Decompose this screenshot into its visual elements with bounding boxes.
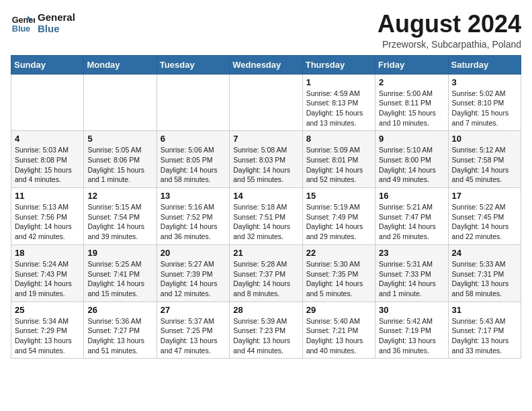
day-info: Sunrise: 5:24 AM Sunset: 7:43 PM Dayligh… [15, 259, 80, 299]
day-cell: 6Sunrise: 5:06 AM Sunset: 8:05 PM Daylig… [157, 131, 229, 188]
day-cell: 20Sunrise: 5:27 AM Sunset: 7:39 PM Dayli… [157, 244, 229, 302]
day-info: Sunrise: 5:10 AM Sunset: 8:00 PM Dayligh… [379, 145, 444, 185]
day-info: Sunrise: 5:08 AM Sunset: 8:03 PM Dayligh… [233, 145, 298, 185]
day-info: Sunrise: 5:21 AM Sunset: 7:47 PM Dayligh… [379, 202, 444, 242]
month-year-title: August 2024 [378, 11, 521, 38]
day-info: Sunrise: 5:09 AM Sunset: 8:01 PM Dayligh… [306, 145, 371, 185]
day-info: Sunrise: 5:15 AM Sunset: 7:54 PM Dayligh… [87, 202, 152, 242]
weekday-header-friday: Friday [375, 55, 448, 74]
day-number: 15 [306, 191, 371, 201]
day-number: 24 [452, 248, 517, 258]
day-cell [11, 74, 84, 131]
page-header: General Blue General Blue August 2024 Pr… [11, 11, 521, 50]
day-info: Sunrise: 5:31 AM Sunset: 7:33 PM Dayligh… [379, 259, 444, 299]
day-number: 29 [306, 305, 371, 315]
weekday-header-saturday: Saturday [448, 55, 521, 74]
day-info: Sunrise: 5:43 AM Sunset: 7:17 PM Dayligh… [452, 316, 517, 356]
day-number: 17 [452, 191, 517, 201]
day-info: Sunrise: 5:42 AM Sunset: 7:19 PM Dayligh… [379, 316, 444, 356]
day-number: 21 [233, 248, 298, 258]
day-cell: 30Sunrise: 5:42 AM Sunset: 7:19 PM Dayli… [375, 302, 448, 359]
day-info: Sunrise: 5:00 AM Sunset: 8:11 PM Dayligh… [379, 89, 444, 128]
day-cell [84, 74, 157, 131]
day-cell: 26Sunrise: 5:36 AM Sunset: 7:27 PM Dayli… [84, 302, 157, 359]
day-cell: 23Sunrise: 5:31 AM Sunset: 7:33 PM Dayli… [375, 244, 448, 302]
day-cell: 21Sunrise: 5:28 AM Sunset: 7:37 PM Dayli… [230, 244, 302, 302]
day-cell: 16Sunrise: 5:21 AM Sunset: 7:47 PM Dayli… [375, 188, 448, 245]
title-section: August 2024 Przeworsk, Subcarpathia, Pol… [378, 11, 521, 50]
day-number: 13 [161, 191, 226, 201]
day-number: 20 [161, 248, 226, 258]
day-cell: 18Sunrise: 5:24 AM Sunset: 7:43 PM Dayli… [11, 244, 84, 302]
day-number: 19 [87, 248, 152, 258]
location-subtitle: Przeworsk, Subcarpathia, Poland [378, 39, 521, 50]
day-number: 31 [452, 305, 517, 315]
weekday-header-sunday: Sunday [11, 55, 84, 74]
day-info: Sunrise: 5:28 AM Sunset: 7:37 PM Dayligh… [233, 259, 298, 299]
day-number: 8 [306, 134, 371, 144]
day-number: 16 [379, 191, 444, 201]
logo-blue: Blue [38, 23, 75, 34]
day-cell: 27Sunrise: 5:37 AM Sunset: 7:25 PM Dayli… [157, 302, 229, 359]
day-cell: 22Sunrise: 5:30 AM Sunset: 7:35 PM Dayli… [302, 244, 375, 302]
day-info: Sunrise: 5:05 AM Sunset: 8:06 PM Dayligh… [87, 145, 152, 185]
day-info: Sunrise: 5:37 AM Sunset: 7:25 PM Dayligh… [161, 316, 226, 356]
day-number: 2 [379, 77, 444, 87]
day-cell: 24Sunrise: 5:33 AM Sunset: 7:31 PM Dayli… [448, 244, 521, 302]
day-number: 5 [87, 134, 152, 144]
day-number: 11 [15, 191, 80, 201]
day-number: 25 [15, 305, 80, 315]
day-cell: 11Sunrise: 5:13 AM Sunset: 7:56 PM Dayli… [11, 188, 84, 245]
day-cell: 13Sunrise: 5:16 AM Sunset: 7:52 PM Dayli… [157, 188, 229, 245]
day-number: 27 [161, 305, 226, 315]
week-row-2: 4Sunrise: 5:03 AM Sunset: 8:08 PM Daylig… [11, 131, 521, 188]
day-cell: 31Sunrise: 5:43 AM Sunset: 7:17 PM Dayli… [448, 302, 521, 359]
week-row-5: 25Sunrise: 5:34 AM Sunset: 7:29 PM Dayli… [11, 302, 521, 359]
day-info: Sunrise: 5:25 AM Sunset: 7:41 PM Dayligh… [87, 259, 152, 299]
weekday-header-tuesday: Tuesday [157, 55, 229, 74]
day-number: 4 [15, 134, 80, 144]
day-info: Sunrise: 5:27 AM Sunset: 7:39 PM Dayligh… [161, 259, 226, 299]
day-cell: 15Sunrise: 5:19 AM Sunset: 7:49 PM Dayli… [302, 188, 375, 245]
svg-text:Blue: Blue [12, 24, 30, 34]
day-info: Sunrise: 5:19 AM Sunset: 7:49 PM Dayligh… [306, 202, 371, 242]
day-info: Sunrise: 5:22 AM Sunset: 7:45 PM Dayligh… [452, 202, 517, 242]
day-info: Sunrise: 5:40 AM Sunset: 7:21 PM Dayligh… [306, 316, 371, 356]
day-cell: 17Sunrise: 5:22 AM Sunset: 7:45 PM Dayli… [448, 188, 521, 245]
week-row-4: 18Sunrise: 5:24 AM Sunset: 7:43 PM Dayli… [11, 244, 521, 302]
day-number: 7 [233, 134, 298, 144]
day-cell: 2Sunrise: 5:00 AM Sunset: 8:11 PM Daylig… [375, 74, 448, 131]
day-number: 9 [379, 134, 444, 144]
day-number: 6 [161, 134, 226, 144]
day-number: 18 [15, 248, 80, 258]
day-number: 23 [379, 248, 444, 258]
day-info: Sunrise: 5:06 AM Sunset: 8:05 PM Dayligh… [161, 145, 226, 185]
day-cell: 7Sunrise: 5:08 AM Sunset: 8:03 PM Daylig… [230, 131, 302, 188]
day-info: Sunrise: 5:33 AM Sunset: 7:31 PM Dayligh… [452, 259, 517, 299]
day-number: 1 [306, 77, 371, 87]
day-cell: 1Sunrise: 4:59 AM Sunset: 8:13 PM Daylig… [302, 74, 375, 131]
day-info: Sunrise: 5:30 AM Sunset: 7:35 PM Dayligh… [306, 259, 371, 299]
day-number: 3 [452, 77, 517, 87]
weekday-header-thursday: Thursday [302, 55, 375, 74]
day-cell: 19Sunrise: 5:25 AM Sunset: 7:41 PM Dayli… [84, 244, 157, 302]
day-number: 30 [379, 305, 444, 315]
weekday-header-monday: Monday [84, 55, 157, 74]
day-number: 14 [233, 191, 298, 201]
day-cell: 8Sunrise: 5:09 AM Sunset: 8:01 PM Daylig… [302, 131, 375, 188]
day-cell: 4Sunrise: 5:03 AM Sunset: 8:08 PM Daylig… [11, 131, 84, 188]
day-cell: 29Sunrise: 5:40 AM Sunset: 7:21 PM Dayli… [302, 302, 375, 359]
day-info: Sunrise: 5:12 AM Sunset: 7:58 PM Dayligh… [452, 145, 517, 185]
day-number: 26 [87, 305, 152, 315]
day-cell: 14Sunrise: 5:18 AM Sunset: 7:51 PM Dayli… [230, 188, 302, 245]
day-info: Sunrise: 5:03 AM Sunset: 8:08 PM Dayligh… [15, 145, 80, 185]
day-info: Sunrise: 5:36 AM Sunset: 7:27 PM Dayligh… [87, 316, 152, 356]
day-cell [230, 74, 302, 131]
day-cell [157, 74, 229, 131]
day-cell: 5Sunrise: 5:05 AM Sunset: 8:06 PM Daylig… [84, 131, 157, 188]
day-info: Sunrise: 5:02 AM Sunset: 8:10 PM Dayligh… [452, 89, 517, 128]
day-number: 12 [87, 191, 152, 201]
calendar-table: SundayMondayTuesdayWednesdayThursdayFrid… [11, 55, 521, 359]
day-cell: 12Sunrise: 5:15 AM Sunset: 7:54 PM Dayli… [84, 188, 157, 245]
week-row-3: 11Sunrise: 5:13 AM Sunset: 7:56 PM Dayli… [11, 188, 521, 245]
